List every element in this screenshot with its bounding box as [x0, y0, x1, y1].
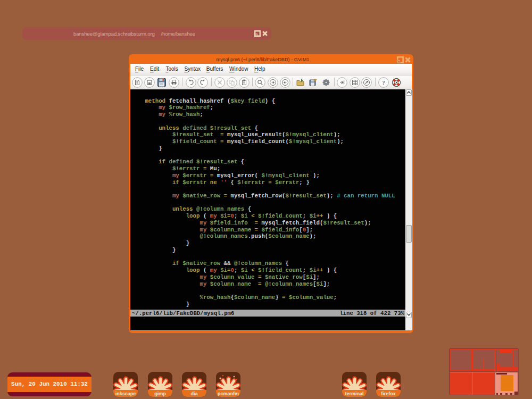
svg-text:?: ? [382, 79, 385, 86]
